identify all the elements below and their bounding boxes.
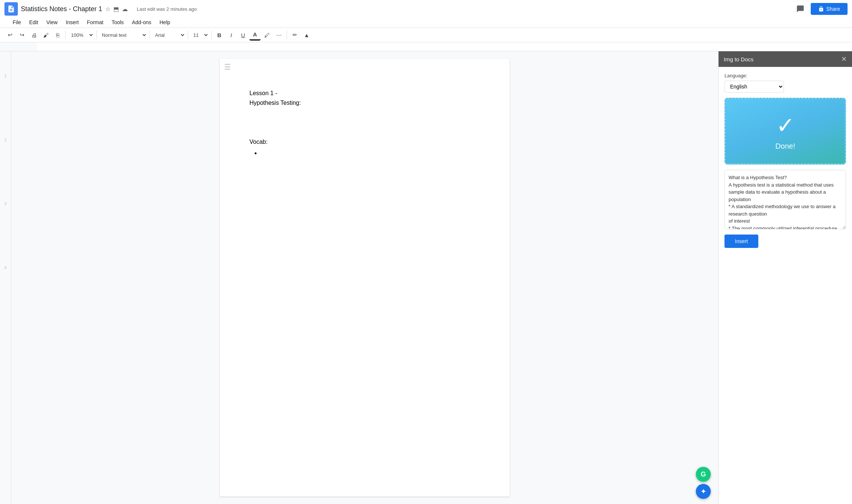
star-icon[interactable]: ☆ bbox=[105, 6, 110, 13]
menu-file[interactable]: File bbox=[9, 18, 25, 27]
extracted-text-area[interactable] bbox=[724, 170, 846, 229]
toolbar-divider-6 bbox=[287, 30, 287, 39]
lesson-title: Lesson 1 - Hypothesis Testing: bbox=[249, 88, 480, 107]
menu-edit[interactable]: Edit bbox=[26, 18, 42, 27]
text-color-button[interactable]: A bbox=[249, 29, 261, 41]
comment-icon[interactable] bbox=[794, 2, 807, 16]
done-label: Done! bbox=[775, 142, 795, 151]
toolbar-divider-5 bbox=[211, 30, 212, 39]
text-style-select[interactable]: Normal text Heading 1 Heading 2 Heading … bbox=[99, 29, 147, 41]
more-button[interactable]: ⋯ bbox=[273, 29, 284, 41]
vocab-label: Vocab: bbox=[249, 137, 480, 147]
insert-button[interactable]: Insert bbox=[724, 235, 758, 248]
lesson-line1: Lesson 1 - bbox=[249, 88, 480, 98]
bullet-list bbox=[261, 148, 480, 158]
language-select[interactable]: English Spanish French German Chinese bbox=[724, 81, 784, 93]
zoom-select[interactable]: 100% 75% 125% 150% bbox=[68, 29, 94, 41]
ruler bbox=[0, 42, 852, 51]
menu-view[interactable]: View bbox=[43, 18, 61, 27]
cloud-icon[interactable]: ☁ bbox=[122, 6, 128, 13]
menu-addons[interactable]: Add-ons bbox=[128, 18, 155, 27]
panel-close-button[interactable]: ✕ bbox=[841, 55, 847, 63]
page-num-1: 1 bbox=[4, 74, 6, 78]
undo-button[interactable]: ↩ bbox=[4, 29, 16, 41]
language-label: Language: bbox=[724, 73, 846, 78]
done-area: ✓ Done! bbox=[724, 98, 846, 165]
menu-insert[interactable]: Insert bbox=[62, 18, 83, 27]
ruler-track bbox=[37, 42, 852, 51]
italic-button[interactable]: I bbox=[226, 29, 237, 41]
underline-button[interactable]: U bbox=[238, 29, 249, 41]
menu-bar: File Edit View Insert Format Tools Add-o… bbox=[4, 17, 848, 28]
doc-app-icon bbox=[4, 2, 18, 16]
last-edit-text: Last edit was 2 minutes ago bbox=[137, 6, 197, 12]
menu-tools[interactable]: Tools bbox=[108, 18, 128, 27]
language-section: Language: English Spanish French German … bbox=[724, 73, 846, 93]
toolbar-divider-3 bbox=[149, 30, 150, 39]
page: ☰ Lesson 1 - Hypothesis Testing: Vocab: bbox=[220, 59, 510, 497]
page-outline-icon[interactable]: ☰ bbox=[224, 62, 231, 71]
redo-button[interactable]: ↪ bbox=[16, 29, 28, 41]
left-sidebar: 1 2 3 4 bbox=[0, 51, 11, 504]
toolbar: ↩ ↪ 🖨 🖌 ⎘ 100% 75% 125% 150% Normal text… bbox=[0, 28, 852, 42]
page-content: Lesson 1 - Hypothesis Testing: Vocab: bbox=[249, 88, 480, 158]
print-button[interactable]: 🖨 bbox=[28, 29, 39, 41]
bullet-item-1 bbox=[261, 148, 480, 158]
ai-assistant-button[interactable]: ✦ bbox=[696, 484, 711, 499]
vocab-section: Vocab: bbox=[249, 137, 480, 158]
toolbar-divider-2 bbox=[96, 30, 97, 39]
edit-mode-button[interactable]: ✏ bbox=[289, 29, 300, 41]
menu-help[interactable]: Help bbox=[156, 18, 174, 27]
title-icon-group: ☆ ⬒ ☁ bbox=[105, 6, 128, 13]
doc-area[interactable]: ☰ Lesson 1 - Hypothesis Testing: Vocab: … bbox=[11, 51, 718, 504]
font-select[interactable]: Arial Times New Roman Courier New bbox=[152, 29, 185, 41]
panel-header: Img to Docs ✕ bbox=[719, 51, 852, 67]
bold-button[interactable]: B bbox=[214, 29, 225, 41]
collapse-toolbar-button[interactable]: ▲ bbox=[301, 29, 312, 41]
done-checkmark-icon: ✓ bbox=[776, 112, 795, 138]
grammarly-button[interactable]: G bbox=[696, 467, 711, 482]
panel-body: Language: English Spanish French German … bbox=[719, 67, 852, 504]
menu-format[interactable]: Format bbox=[83, 18, 107, 27]
folder-icon[interactable]: ⬒ bbox=[113, 6, 119, 13]
right-panel: Img to Docs ✕ Language: English Spanish … bbox=[718, 51, 852, 504]
doc-title: Statistics Notes - Chapter 1 bbox=[21, 5, 102, 13]
copy-format-button[interactable]: ⎘ bbox=[52, 29, 63, 41]
highlight-button[interactable]: 🖊 bbox=[261, 29, 272, 41]
lesson-line2: Hypothesis Testing: bbox=[249, 98, 480, 108]
share-label: Share bbox=[826, 6, 840, 12]
panel-title: Img to Docs bbox=[724, 56, 753, 62]
font-size-select[interactable]: 11 10 12 14 16 bbox=[190, 29, 209, 41]
toolbar-divider-4 bbox=[188, 30, 188, 39]
share-button[interactable]: Share bbox=[811, 3, 848, 15]
main-area: 1 2 3 4 ☰ Lesson 1 - Hypothesis Testing:… bbox=[0, 51, 852, 504]
page-num-4: 4 bbox=[4, 265, 6, 270]
page-num-2: 2 bbox=[4, 138, 6, 142]
page-num-3: 3 bbox=[4, 201, 6, 206]
toolbar-divider-1 bbox=[65, 30, 66, 39]
title-right-area: Share bbox=[794, 2, 848, 16]
paint-format-button[interactable]: 🖌 bbox=[40, 29, 51, 41]
